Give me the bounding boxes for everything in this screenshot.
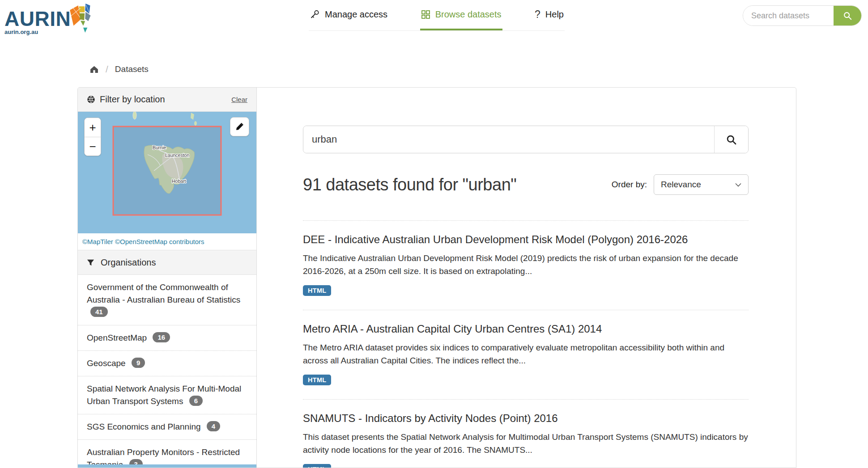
nav-manage-access[interactable]: Manage access (309, 0, 388, 30)
nav-label: Browse datasets (435, 9, 502, 20)
map-label-launceston: Launceston (165, 152, 189, 158)
pencil-icon (235, 122, 244, 131)
dataset-search-button[interactable] (714, 126, 748, 153)
org-count-badge: 6 (189, 396, 203, 406)
order-by-group: Order by: Relevance (612, 174, 749, 195)
map-zoom-control: + − (84, 118, 101, 156)
header-search-input[interactable] (743, 6, 834, 25)
map-label-burnie: Burnie (153, 145, 166, 150)
breadcrumb: / Datasets (89, 64, 149, 75)
search-icon (725, 134, 737, 146)
map-label-hobart: Hobart (172, 178, 186, 184)
question-icon: ? (535, 8, 540, 21)
breadcrumb-separator: / (106, 64, 108, 75)
nav-help[interactable]: ? Help (534, 0, 565, 30)
clear-location-filter-link[interactable]: Clear (231, 96, 247, 103)
organisations-header: Organisations (78, 250, 256, 275)
breadcrumb-datasets[interactable]: Datasets (115, 64, 149, 74)
org-item-sgs[interactable]: SGS Economics and Planning 4 (78, 414, 256, 439)
result-title[interactable]: SNAMUTS - Indicators by Activity Nodes (… (303, 412, 749, 425)
globe-icon (87, 95, 95, 104)
results-heading-row: 91 datasets found for "urban" Order by: … (303, 174, 749, 195)
nav-label: Help (545, 9, 564, 20)
org-item-geoscape[interactable]: Geoscape 9 (78, 350, 256, 376)
filter-by-location-header: Filter by location Clear (78, 88, 256, 112)
results-count-heading: 91 datasets found for "urban" (303, 175, 516, 194)
org-item-openstreetmap[interactable]: OpenStreetMap 16 (78, 325, 256, 350)
sidebar-cutoff-map-strip (78, 464, 256, 468)
order-by-select[interactable]: Relevance (654, 174, 749, 195)
org-name: Government of the Commonwealth of Austra… (87, 282, 240, 304)
main-nav: Manage access Browse datasets ? Help (309, 0, 565, 31)
content-card: Filter by location Clear Burnie (77, 87, 796, 468)
result-item: SNAMUTS - Indicators by Activity Nodes (… (303, 399, 749, 468)
org-item-apm-tasmania[interactable]: Australian Property Monitors - Restricte… (78, 439, 256, 468)
org-count-badge: 9 (132, 358, 145, 368)
zoom-in-button[interactable]: + (85, 118, 101, 137)
result-title[interactable]: DEE - Indicative Australian Urban Develo… (303, 233, 749, 246)
header-search-button[interactable] (834, 6, 861, 25)
org-count-badge: 41 (90, 307, 108, 317)
search-icon (842, 11, 852, 21)
aurin-logo-text: AURIN aurin.org.au (4, 10, 71, 35)
result-description: The Metro ARIA dataset provides six indi… (303, 341, 749, 367)
org-item-snamuts[interactable]: Spatial Network Analysis For Multi-Modal… (78, 376, 256, 414)
logo-subtitle: aurin.org.au (4, 29, 71, 35)
order-by-label: Order by: (612, 180, 647, 190)
organisations-title: Organisations (101, 257, 156, 268)
filter-funnel-icon (86, 258, 95, 267)
result-item: Metro ARIA - Australian Capital City Urb… (303, 310, 749, 399)
nav-label: Manage access (325, 9, 387, 20)
grid-icon (421, 10, 430, 19)
org-count-badge: 4 (207, 421, 220, 431)
chevron-down-icon (735, 183, 741, 187)
filter-by-location-title-group: Filter by location (87, 94, 231, 105)
format-badge-html: HTML (303, 285, 331, 296)
aurin-logo[interactable]: AURIN aurin.org.au (4, 4, 97, 35)
map-attribution[interactable]: ©MapTiler ©OpenStreetMap contributors (78, 233, 256, 250)
result-item: DEE - Indicative Australian Urban Develo… (303, 220, 749, 310)
result-description: The Indicative Australian Urban Developm… (303, 252, 749, 278)
org-name: SGS Economics and Planning (87, 422, 201, 431)
org-count-badge: 16 (153, 332, 170, 342)
format-badge-html: HTML (303, 464, 331, 468)
dataset-search (303, 126, 749, 153)
result-title[interactable]: Metro ARIA - Australian Capital City Urb… (303, 323, 749, 335)
org-name: Geoscape (87, 358, 126, 368)
location-map[interactable]: Burnie Launceston Hobart + − (78, 112, 256, 233)
order-by-selected-value: Relevance (661, 180, 701, 190)
key-icon (310, 9, 320, 20)
nav-browse-datasets[interactable]: Browse datasets (420, 0, 502, 30)
org-item-abs[interactable]: Government of the Commonwealth of Austra… (78, 275, 256, 325)
org-name: Spatial Network Analysis For Multi-Modal… (87, 384, 241, 406)
org-name: OpenStreetMap (87, 333, 147, 342)
result-list: DEE - Indicative Australian Urban Develo… (303, 220, 749, 468)
zoom-out-button[interactable]: − (85, 137, 101, 156)
filter-sidebar: Filter by location Clear Burnie (78, 88, 257, 468)
result-description: This dataset presents the Spatial Networ… (303, 430, 749, 456)
header-search (743, 5, 862, 26)
top-header: AURIN aurin.org.au Manage access (0, 0, 868, 36)
dataset-search-input[interactable] (303, 126, 714, 153)
format-badge-html: HTML (303, 375, 331, 385)
map-attribution-text: ©MapTiler ©OpenStreetMap contributors (82, 238, 204, 245)
home-icon[interactable] (89, 65, 99, 74)
organisations-list: Government of the Commonwealth of Austra… (78, 275, 256, 468)
filter-by-location-label: Filter by location (100, 94, 165, 105)
australia-mosaic-icon (69, 4, 97, 33)
results-panel: 91 datasets found for "urban" Order by: … (257, 88, 796, 468)
draw-selection-button[interactable] (230, 117, 249, 136)
logo-title: AURIN (4, 10, 71, 28)
